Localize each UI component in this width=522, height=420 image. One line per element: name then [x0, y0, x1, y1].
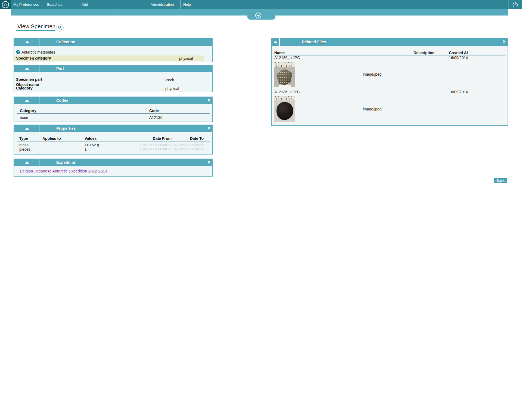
related-files-panel: Related Files X Name Description Created…: [271, 38, 508, 126]
prop-col-applies: Applies to: [42, 136, 61, 141]
prop-col-date-to: Date To: [166, 136, 204, 141]
file-created-at: 16/09/2014: [449, 90, 468, 94]
nav-item-searches[interactable]: Searches: [44, 0, 79, 9]
prop-row-date-from: 01/01/0001 00:00:00: [133, 143, 172, 147]
top-navbar: ⌂ My Preferences Searches Add Administra…: [0, 0, 522, 9]
specimen-part-label: Specimen part: [16, 77, 42, 82]
properties-panel-title: Properties: [56, 126, 76, 131]
file-thumbnail-a12136-b[interactable]: [274, 62, 295, 87]
codes-panel: Codes X Category Code main A12136: [14, 97, 213, 122]
collection-name: Antarctic meteorites: [21, 50, 55, 54]
codes-close-button[interactable]: X: [208, 98, 210, 102]
nav-item-empty: [113, 0, 148, 9]
back-button[interactable]: Back: [494, 178, 507, 183]
related-files-close-button[interactable]: X: [503, 39, 505, 44]
nav-item-help[interactable]: Help: [181, 0, 213, 9]
nav-item-administration[interactable]: Administration: [148, 0, 181, 9]
arrow-up-icon: [25, 67, 29, 70]
codes-col-code: Code: [149, 109, 159, 113]
expedition-link[interactable]: Belgian-Japanese Antarctic Expedition 20…: [20, 169, 107, 173]
codes-col-category: Category: [20, 109, 36, 113]
info-icon: i: [16, 50, 20, 54]
prop-col-values: Values: [85, 136, 97, 141]
arrow-up-icon: [25, 161, 29, 164]
arrow-up-icon: [25, 41, 29, 43]
rf-col-description: Description: [414, 51, 434, 55]
category-label: Category: [16, 86, 33, 90]
title-underline: [16, 30, 55, 31]
codes-panel-title: Codes: [56, 98, 68, 103]
nav-item-my-preferences[interactable]: My Preferences: [11, 0, 44, 9]
part-panel-title: Part: [56, 66, 64, 71]
nav-menu: My Preferences Searches Add Administrati…: [11, 0, 213, 9]
properties-panel: Properties X Type Applies to Values Date…: [14, 125, 213, 155]
prop-row-date-to: 31/12/2038 00:00:00: [166, 147, 204, 151]
collection-panel: Collection i Antarctic meteorites Specim…: [14, 38, 213, 62]
expedition-panel-title: Expedition: [56, 160, 76, 165]
home-icon: ⌂: [2, 1, 9, 8]
prop-row-values: 1: [85, 147, 87, 152]
magnifier-icon[interactable]: [56, 24, 64, 32]
arrow-up-icon: [25, 99, 29, 102]
codes-row-code: A12136: [149, 115, 162, 120]
prop-col-type: Type: [19, 136, 28, 141]
meteorite-photo: [276, 102, 293, 120]
expedition-collapse-button[interactable]: [14, 159, 39, 166]
file-created-at: 16/09/2014: [449, 55, 468, 60]
specimen-part-value: Rock: [165, 78, 174, 82]
power-icon: [512, 1, 518, 8]
home-button[interactable]: ⌂: [0, 0, 11, 9]
rf-col-name: Name: [274, 51, 285, 55]
part-collapse-button[interactable]: [14, 65, 39, 72]
properties-collapse-button[interactable]: [14, 125, 39, 132]
prop-row-date-from: 01/01/0001 00:00:00: [133, 147, 172, 151]
collection-collapse-button[interactable]: [14, 38, 39, 46]
logout-button[interactable]: [508, 0, 522, 9]
file-mime-type: image/jpeg: [348, 107, 397, 111]
chevron-down-icon[interactable]: [255, 13, 261, 18]
prop-row-date-to: 31/12/2038 00:00:00: [166, 143, 204, 147]
file-name: A12136_a.JPG: [274, 90, 300, 94]
file-thumbnail-a12136-a[interactable]: [274, 96, 295, 122]
page-title: View Specimen: [17, 23, 55, 30]
codes-collapse-button[interactable]: [14, 97, 39, 104]
prop-row-type: pieces: [19, 147, 30, 152]
properties-close-button[interactable]: X: [208, 126, 210, 130]
ruler-strip: [274, 96, 295, 100]
related-files-collapse-button[interactable]: [271, 38, 279, 46]
collection-panel-title: Collection: [56, 40, 75, 44]
ruler-strip: [274, 62, 295, 67]
category-value: physical: [165, 87, 179, 91]
part-panel: Part Specimen part Rock Object name Cate…: [14, 65, 213, 92]
related-files-panel-title: Related Files: [302, 40, 326, 44]
collapse-tab[interactable]: [247, 16, 275, 20]
meteorite-photo: [276, 68, 293, 86]
nav-item-add[interactable]: Add: [79, 0, 113, 9]
expedition-close-button[interactable]: X: [208, 160, 210, 164]
prop-row-type: mass: [19, 143, 28, 147]
file-mime-type: image/jpeg: [348, 72, 397, 76]
file-name: A12136_b.JPG: [274, 55, 300, 60]
codes-row-category: main: [20, 115, 28, 120]
specimen-category-label: Specimen category: [16, 56, 51, 60]
rf-col-created: Created At: [449, 51, 468, 55]
prop-col-date-from: Date From: [133, 136, 172, 141]
prop-row-values: 110.62 g: [85, 143, 99, 147]
specimen-category-value: physical: [179, 56, 193, 61]
arrow-up-icon: [25, 127, 29, 130]
arrow-up-icon: [273, 41, 278, 43]
expedition-panel: Expedition X Belgian-Japanese Antarctic …: [14, 159, 213, 177]
